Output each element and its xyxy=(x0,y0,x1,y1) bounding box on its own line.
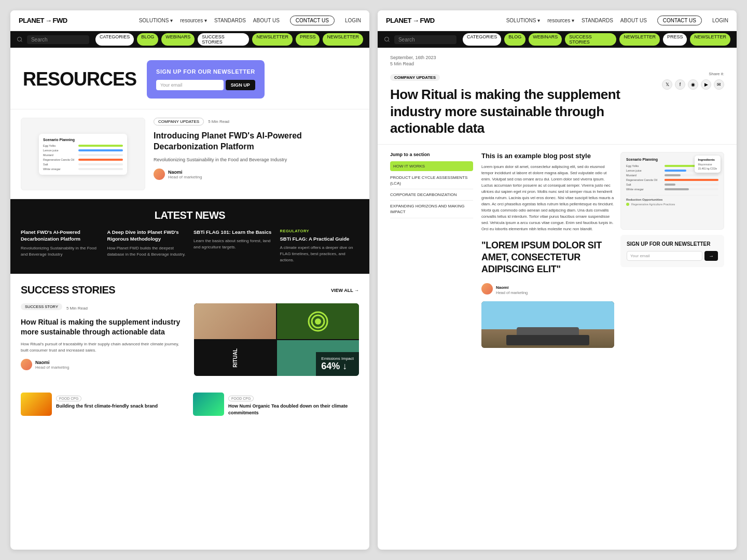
article-readtime: 5 Min Read xyxy=(390,61,724,66)
newsletter-box: SIGN UP FOR OUR NEWSLETTER SIGN UP xyxy=(147,60,265,99)
login-link[interactable]: LOGIN xyxy=(345,18,361,23)
right-tag-newsletter2[interactable]: NEWSLETTER xyxy=(690,33,730,46)
jump-link-corporate[interactable]: CORPORATE DECARBONIZATION xyxy=(390,189,473,201)
search-tags: CATEGORIES BLOG WEBINARS SUCCESS STORIES… xyxy=(95,33,363,46)
emissions-overlay: Emissions Impact 64% ↓ xyxy=(316,352,359,376)
right-tag-blog[interactable]: BLOG xyxy=(504,33,525,46)
post-description: Revolutionizing Sustainability in the Fo… xyxy=(154,157,359,164)
emissions-label: Emissions Impact xyxy=(321,356,354,361)
svg-line-6 xyxy=(388,40,389,41)
right-login-link[interactable]: LOGIN xyxy=(712,18,728,23)
article-newsletter-button[interactable]: → xyxy=(704,251,718,261)
twitter-share-icon[interactable]: 𝕏 xyxy=(662,79,672,90)
article-author-row: Naomi Head of marketing xyxy=(481,283,614,295)
right-tag-success[interactable]: SUCCESS STORIES xyxy=(565,33,616,46)
right-tag-press[interactable]: PRESS xyxy=(663,33,687,46)
right-nav-solutions[interactable]: SOLUTIONS xyxy=(506,18,541,23)
tag-newsletter[interactable]: NEWSLETTER xyxy=(252,33,293,46)
author-name: Naomi xyxy=(168,170,202,175)
story-author-name: Naomi xyxy=(35,360,69,365)
left-panel: PLANET→FWD SOLUTIONS resources STANDARDS… xyxy=(10,10,369,550)
right-search-bar: CATEGORIES BLOG WEBINARS SUCCESS STORIES… xyxy=(378,31,737,48)
success-grid: SUCCESS STORY 5 Min Read How Ritual is m… xyxy=(21,303,359,376)
article-main: This is an example blog post style Lorem… xyxy=(481,152,724,348)
right-search-input[interactable] xyxy=(394,35,457,44)
nav-resources[interactable]: resources xyxy=(180,18,207,23)
left-logo[interactable]: PLANET→FWD xyxy=(19,17,67,24)
nav-solutions[interactable]: SOLUTIONS xyxy=(139,18,173,23)
right-panel: PLANET→FWD SOLUTIONS resources STANDARDS… xyxy=(378,10,737,550)
article-image-box: Scenario Planning Egg Yolks Lemon juice … xyxy=(620,152,724,348)
news-desc: How Planet FWD builds the deepest databa… xyxy=(107,245,187,258)
right-logo[interactable]: PLANET→FWD xyxy=(386,17,435,24)
more-story-item: FOOD CPG Building the first climate-frie… xyxy=(21,393,187,416)
tag-success-stories[interactable]: SUCCESS STORIES xyxy=(198,33,249,46)
post-title[interactable]: Introducing Planet FWD's AI-Powered Deca… xyxy=(154,131,359,152)
tag-webinars[interactable]: WEBINARS xyxy=(161,33,195,46)
nav-standards[interactable]: STANDARDS xyxy=(214,18,246,23)
nav-about[interactable]: ABOUT US xyxy=(253,18,280,23)
blockquote: "LOREM IPSUM DOLOR SIT AMET, CONSECTETUR… xyxy=(481,240,614,276)
instagram-share-icon[interactable]: ◉ xyxy=(688,79,698,90)
newsletter-signup-button[interactable]: SIGN UP xyxy=(226,80,255,90)
right-tag-webinars[interactable]: WEBINARS xyxy=(529,33,562,46)
article-author-avatar xyxy=(481,283,493,295)
right-contact-button[interactable]: CONTACT US xyxy=(657,16,702,25)
scenario-planning-card: Scenario Planning Egg Yolks Lemon juice … xyxy=(39,134,127,175)
more-category: FOOD CPG xyxy=(56,396,81,401)
right-tag-newsletter[interactable]: NEWSLETTER xyxy=(619,33,660,46)
emissions-value: 64% ↓ xyxy=(321,361,354,372)
news-title[interactable]: A Deep Dive into Planet FWD's Rigorous M… xyxy=(107,229,187,243)
right-nav-standards[interactable]: STANDARDS xyxy=(582,18,613,23)
news-item: SBTi FLAG 101: Learn the Basics Learn th… xyxy=(193,229,273,263)
jump-link-how-it-works[interactable]: HOW IT WORKS xyxy=(390,161,473,171)
news-item: REGULATORY SBTi FLAG: A Practical Guide … xyxy=(280,229,359,263)
latest-news-section: LATEST NEWS Planet FWD's AI-Powered Deca… xyxy=(10,199,369,274)
jump-section-label: Jump to a section xyxy=(390,152,473,157)
story-description: How Ritual's pursuit of traceability in … xyxy=(21,341,186,354)
post-category: COMPANY UPDATES xyxy=(154,118,204,125)
story-tag: SUCCESS STORY xyxy=(21,303,62,310)
tag-blog[interactable]: BLOG xyxy=(137,33,158,46)
tag-press[interactable]: PRESS xyxy=(296,33,320,46)
article-header: COMPANY UPDATES How Ritual is making the… xyxy=(378,66,737,145)
news-title[interactable]: SBTi FLAG 101: Learn the Basics xyxy=(193,229,273,235)
article-newsletter-heading: SIGN UP FOR OUR NEWSLETTER xyxy=(627,241,718,247)
news-desc: Learn the basics about setting forest, l… xyxy=(193,238,273,250)
article-date: September, 16th 2023 xyxy=(390,55,724,60)
search-input[interactable] xyxy=(27,35,89,44)
news-title[interactable]: SBTi FLAG: A Practical Guide xyxy=(280,235,359,242)
article-newsletter-form: → xyxy=(627,251,718,261)
article-category: COMPANY UPDATES xyxy=(390,74,440,81)
jump-link-expanding[interactable]: EXPANDING HORIZONS AND MAKING IMPACT xyxy=(390,201,473,218)
right-tag-categories[interactable]: CATEGORIES xyxy=(463,33,501,46)
svg-line-1 xyxy=(21,40,22,41)
article-author-role: Head of marketing xyxy=(496,290,528,295)
resources-hero: RESOURCES SIGN UP FOR OUR NEWSLETTER SIG… xyxy=(10,48,369,109)
facebook-share-icon[interactable]: f xyxy=(675,79,685,90)
success-story-right: RITUAL Emissions Impact 64% ↓ xyxy=(194,303,359,376)
article-newsletter-input[interactable] xyxy=(627,251,702,261)
email-share-icon[interactable]: ✉ xyxy=(714,79,724,90)
farm-image xyxy=(481,301,614,348)
more-title[interactable]: Building the first climate-friendly snac… xyxy=(56,403,158,410)
newsletter-email-input[interactable] xyxy=(156,80,224,90)
view-all-button[interactable]: VIEW ALL → xyxy=(331,288,359,293)
blog-heading: This is an example blog post style xyxy=(481,152,614,160)
right-nav-resources[interactable]: resources xyxy=(547,18,574,23)
youtube-share-icon[interactable]: ▶ xyxy=(701,79,711,90)
story-title[interactable]: How Ritual is making the supplement indu… xyxy=(21,317,186,337)
article-sidebar: Jump to a section HOW IT WORKS PRODUCT L… xyxy=(390,152,473,348)
jump-link-lca[interactable]: PRODUCT LIFE CYCLE ASSESSMENTS (LCA) xyxy=(390,172,473,189)
contact-button[interactable]: CONTACT US xyxy=(290,16,335,25)
right-search-tags: CATEGORIES BLOG WEBINARS SUCCESS STORIES… xyxy=(463,33,730,46)
left-nav: PLANET→FWD SOLUTIONS resources STANDARDS… xyxy=(10,10,369,31)
author-role: Head of marketing xyxy=(168,175,202,179)
story-author-role: Head of marketing xyxy=(35,365,69,370)
tag-newsletter2[interactable]: NEWSLETTER xyxy=(323,33,363,46)
news-title[interactable]: Planet FWD's AI-Powered Decarbonization … xyxy=(21,229,100,243)
right-nav-about[interactable]: ABOUT US xyxy=(620,18,647,23)
more-title[interactable]: How Numi Organic Tea doubled down on the… xyxy=(228,403,359,416)
tag-categories[interactable]: CATEGORIES xyxy=(95,33,134,46)
success-stories-section: SUCCESS STORIES VIEW ALL → SUCCESS STORY… xyxy=(10,274,369,386)
